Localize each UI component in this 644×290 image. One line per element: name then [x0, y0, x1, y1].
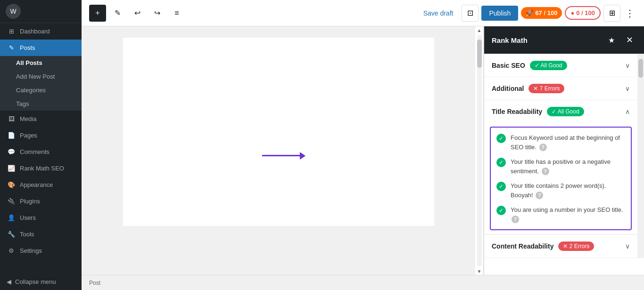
title-readability-header[interactable]: Title Readability ✓ All Good ∧ [484, 100, 637, 123]
tr-item-1: ✓ Focus Keyword used at the beginning of… [496, 133, 625, 152]
sidebar-item-rank-math[interactable]: 📈 Rank Math SEO [0, 160, 82, 177]
sidebar-item-plugins[interactable]: 🔌 Plugins [0, 193, 82, 209]
sidebar-item-media[interactable]: 🖼 Media [0, 111, 82, 127]
sidebar-item-pages-label: Pages [20, 132, 37, 139]
sidebar-item-rank-math-label: Rank Math SEO [20, 165, 64, 172]
panel-header: Rank Math ★ ✕ [484, 26, 644, 54]
publish-button[interactable]: Publish [481, 6, 518, 21]
appearance-icon: 🎨 [7, 181, 16, 188]
sidebar-item-users-label: Users [20, 214, 36, 221]
title-readability-badge: ✓ All Good [547, 107, 584, 116]
submenu-categories[interactable]: Categories [0, 83, 82, 97]
editor-area: ▲ ▼ Rank Math ★ ✕ Basic SEO [82, 26, 644, 275]
tr-text-3: Your title contains 2 power word(s). Boo… [511, 181, 625, 200]
title-readability-left: Title Readability ✓ All Good [492, 107, 584, 116]
undo-button[interactable]: ↩ [129, 5, 146, 22]
sidebar-item-tools-label: Tools [20, 231, 34, 238]
tr-item-3: ✓ Your title contains 2 power word(s). B… [496, 181, 625, 200]
editor-content[interactable] [123, 38, 434, 226]
media-icon: 🖼 [7, 115, 16, 122]
panel-scrollbar-area: Basic SEO ✓ All Good ∨ Additional ✕ 7 Er… [484, 54, 644, 258]
status-bar: Post [82, 275, 644, 290]
panel-header-actions: ★ ✕ [604, 33, 636, 47]
sidebar-item-appearance-label: Appearance [20, 181, 53, 188]
sidebar-item-plugins-label: Plugins [20, 198, 40, 205]
title-readability-section: Title Readability ✓ All Good ∧ ✓ Focus K… [484, 100, 637, 234]
check-icon-4: ✓ [496, 206, 506, 215]
sidebar-item-media-label: Media [20, 115, 36, 122]
preview-button[interactable]: ⊡ [462, 5, 479, 22]
sidebar-header: W [0, 0, 82, 23]
scrollbar-track[interactable] [477, 35, 482, 266]
content-readability-badge: ✕ 2 Errors [558, 242, 594, 251]
status-label: Post [89, 280, 100, 286]
sidebar-item-tools[interactable]: 🔧 Tools [0, 226, 82, 242]
sidebar-item-dashboard-label: Dashboard [20, 28, 50, 35]
help-icon-4[interactable]: ? [512, 216, 519, 223]
sidebar-item-comments[interactable]: 💬 Comments [0, 144, 82, 160]
readability-score-button[interactable]: ● 0 / 100 [565, 6, 601, 20]
sidebar-item-dashboard[interactable]: ⊞ Dashboard [0, 23, 82, 40]
editor-scrollbar[interactable]: ▲ ▼ [475, 26, 484, 275]
tr-text-1: Focus Keyword used at the beginning of S… [511, 133, 625, 152]
sidebar-item-posts[interactable]: ✎ Posts [0, 40, 82, 56]
check-icon-1: ✓ [496, 134, 506, 143]
preview-icon: ⊡ [467, 8, 473, 17]
pages-icon: 📄 [7, 132, 16, 139]
scroll-down-button[interactable]: ▼ [476, 267, 483, 275]
seo-score-icon: 🚀 [526, 9, 533, 16]
collapse-menu-button[interactable]: ◀ Collapse menu [0, 274, 82, 290]
right-panel: Rank Math ★ ✕ Basic SEO ✓ All Good ∨ [484, 26, 644, 275]
scroll-up-button[interactable]: ▲ [476, 26, 483, 34]
additional-title: Additional [492, 85, 524, 92]
collapse-menu-label: Collapse menu [15, 278, 56, 285]
basic-seo-chevron: ∨ [625, 62, 630, 69]
list-view-button[interactable]: ≡ [168, 5, 185, 22]
comments-icon: 💬 [7, 148, 16, 155]
sidebar-item-settings[interactable]: ⚙ Settings [0, 242, 82, 259]
title-readability-chevron: ∧ [625, 108, 630, 115]
panel-star-button[interactable]: ★ [604, 33, 619, 47]
submenu-add-new-post[interactable]: Add New Post [0, 70, 82, 83]
additional-chevron: ∨ [625, 85, 630, 92]
posts-submenu: All Posts Add New Post Categories Tags [0, 56, 82, 111]
readability-score-label: 0 / 100 [576, 9, 595, 16]
more-options-button[interactable]: ⋮ [623, 8, 636, 19]
sidebar-item-posts-label: Posts [20, 44, 35, 51]
help-icon-3[interactable]: ? [536, 192, 543, 199]
additional-section[interactable]: Additional ✕ 7 Errors ∨ [484, 77, 637, 100]
panel-right-scrollbar[interactable] [637, 54, 644, 258]
sidebar-item-pages[interactable]: 📄 Pages [0, 127, 82, 144]
settings-sidebar-button[interactable]: ⊞ [603, 5, 620, 22]
redo-button[interactable]: ↪ [149, 5, 165, 22]
sidebar-item-appearance[interactable]: 🎨 Appearance [0, 177, 82, 193]
basic-seo-left: Basic SEO ✓ All Good [492, 61, 567, 70]
toolbar: ＋ ✎ ↩ ↪ ≡ Save draft ⊡ Publish 🚀 67 / 10… [82, 0, 644, 26]
tr-text-4: You are using a number in your SEO title… [511, 205, 623, 224]
editor-canvas[interactable] [82, 26, 475, 275]
additional-left: Additional ✕ 7 Errors [492, 84, 564, 93]
title-readability-title: Title Readability [492, 108, 542, 115]
users-icon: 👤 [7, 214, 16, 221]
content-readability-left: Content Readability ✕ 2 Errors [492, 242, 594, 251]
basic-seo-section[interactable]: Basic SEO ✓ All Good ∨ [484, 54, 637, 77]
scrollbar-thumb[interactable] [477, 40, 482, 68]
panel-close-button[interactable]: ✕ [622, 33, 636, 47]
tools-button[interactable]: ✎ [109, 5, 126, 22]
panel-scroll-thumb[interactable] [638, 59, 643, 78]
basic-seo-title: Basic SEO [492, 62, 525, 69]
help-icon-1[interactable]: ? [539, 144, 547, 151]
submenu-all-posts[interactable]: All Posts [0, 56, 82, 70]
sidebar-item-users[interactable]: 👤 Users [0, 209, 82, 226]
seo-score-button[interactable]: 🚀 67 / 100 [521, 7, 562, 19]
help-icon-2[interactable]: ? [542, 168, 549, 175]
content-readability-section[interactable]: Content Readability ✕ 2 Errors ∨ [484, 234, 637, 258]
additional-badge: ✕ 7 Errors [528, 84, 564, 93]
save-draft-button[interactable]: Save draft [418, 9, 459, 17]
content-readability-chevron: ∨ [625, 242, 630, 250]
basic-seo-badge: ✓ All Good [530, 61, 567, 70]
tr-item-2: ✓ Your title has a positive or a negativ… [496, 157, 625, 176]
add-block-button[interactable]: ＋ [89, 5, 106, 22]
tools-icon: 🔧 [7, 231, 16, 238]
submenu-tags[interactable]: Tags [0, 97, 82, 111]
